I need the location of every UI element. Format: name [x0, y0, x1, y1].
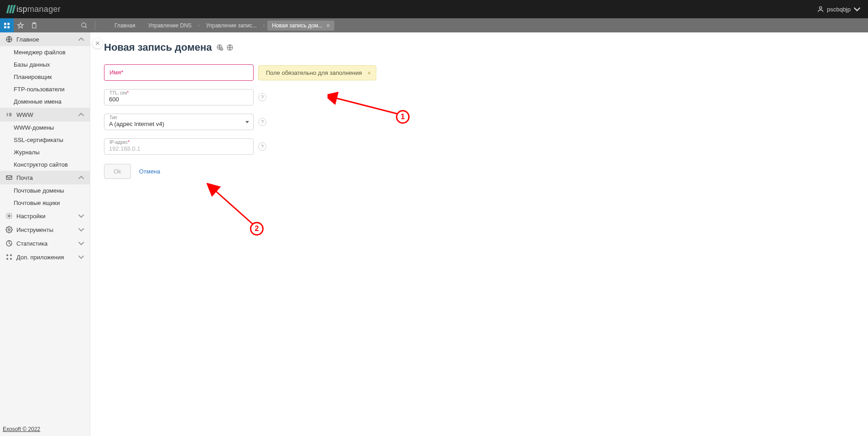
logo[interactable]: ispmanager: [7, 5, 61, 14]
user-menu[interactable]: pscbqbjp: [817, 5, 861, 13]
tab-label: Новая запись дом...: [272, 22, 322, 29]
user-icon: [817, 5, 824, 13]
svg-rect-1: [4, 23, 6, 25]
globe-icon[interactable]: [226, 44, 234, 51]
validation-warning: Поле обязательно для заполнения ×: [258, 65, 376, 80]
close-panel-button[interactable]: ✕: [93, 38, 103, 48]
ip-field: IP-адрес*: [104, 138, 254, 155]
annotation-badge-2: 2: [250, 222, 264, 236]
chevron-up-icon: [78, 174, 84, 181]
nav-group-tools[interactable]: Инструменты: [0, 223, 90, 236]
tools-icon: [5, 226, 13, 233]
globe-plus-icon[interactable]: [216, 44, 223, 51]
nav-group-label: Главное: [16, 36, 39, 43]
nav-group-mail[interactable]: Почта: [0, 171, 90, 184]
close-icon[interactable]: ×: [367, 69, 371, 77]
warning-text: Поле обязательно для заполнения: [266, 69, 362, 76]
nav-item[interactable]: WWW-домены: [0, 121, 90, 134]
name-input[interactable]: [104, 64, 254, 81]
nav-group-settings[interactable]: Настройки: [0, 209, 90, 223]
type-field: Тип: [104, 114, 254, 130]
svg-point-12: [8, 229, 10, 231]
toolbar: Главная Управление DNS › Управление запи…: [0, 18, 868, 32]
nav-item[interactable]: Менеджер файлов: [0, 46, 90, 58]
nav-group-label: Настройки: [16, 213, 46, 220]
svg-rect-10: [6, 176, 12, 179]
breadcrumb-item[interactable]: Главная: [108, 22, 142, 29]
svg-point-15: [10, 255, 12, 256]
chevron-down-icon: [853, 5, 861, 13]
svg-rect-4: [7, 26, 10, 28]
help-icon[interactable]: ?: [258, 142, 266, 151]
clipboard-button[interactable]: [27, 18, 41, 32]
chevron-down-icon: [78, 226, 84, 233]
nav-item[interactable]: Планировщик: [0, 71, 90, 83]
field-label: Тип: [109, 115, 118, 120]
breadcrumb-item[interactable]: Управление DNS: [142, 22, 198, 29]
ttl-field: TTL, сек*: [104, 89, 254, 105]
stats-icon: [5, 240, 13, 247]
main-content: ✕ Новая запись домена Имя* Поле обязател…: [90, 32, 868, 436]
nav-item[interactable]: Базы данных: [0, 58, 90, 71]
chevron-down-icon: [78, 240, 84, 247]
nav-group-label: Доп. приложения: [16, 254, 64, 261]
type-select[interactable]: [104, 114, 254, 130]
chevron-right-icon: ›: [263, 23, 265, 28]
top-header: ispmanager pscbqbjp: [0, 0, 868, 18]
toolbar-divider: [95, 21, 95, 30]
breadcrumb-item[interactable]: Управление запис...: [199, 22, 263, 29]
nav-group-apps[interactable]: Доп. приложения: [0, 250, 90, 264]
svg-rect-2: [7, 23, 10, 25]
nav-item[interactable]: SSL-сертификаты: [0, 134, 90, 146]
nav-group-main[interactable]: Главное: [0, 32, 90, 46]
svg-point-7: [82, 23, 86, 27]
breadcrumbs: Главная Управление DNS › Управление запи…: [108, 21, 334, 31]
svg-point-11: [8, 215, 10, 217]
svg-point-17: [10, 258, 12, 260]
nav-item[interactable]: FTP-пользователи: [0, 83, 90, 95]
nav-item[interactable]: Конструктор сайтов: [0, 158, 90, 171]
favorite-button[interactable]: [14, 18, 27, 32]
nav-group-www[interactable]: WWW: [0, 108, 90, 121]
nav-group-label: WWW: [16, 111, 33, 118]
apps-icon: [5, 253, 13, 261]
nav-item[interactable]: Доменные имена: [0, 95, 90, 108]
nav-group-label: Почта: [16, 174, 33, 181]
svg-line-8: [85, 26, 87, 28]
chevron-up-icon: [78, 111, 84, 118]
breadcrumb-active-tab[interactable]: Новая запись дом... ×: [267, 21, 334, 31]
sidebar: ГлавноеМенеджер файловБазы данныхПланиро…: [0, 32, 90, 436]
home-button[interactable]: [0, 18, 14, 32]
field-label: TTL, сек*: [109, 90, 130, 95]
star-icon: [17, 22, 24, 29]
svg-rect-3: [4, 26, 6, 28]
svg-point-16: [7, 258, 8, 260]
www-icon: [5, 111, 13, 118]
close-icon[interactable]: ×: [326, 22, 330, 29]
settings-icon: [5, 212, 13, 220]
ok-button[interactable]: Ok: [104, 164, 131, 179]
chevron-down-icon: [78, 213, 84, 219]
nav-group-label: Инструменты: [16, 226, 53, 233]
nav-group-stats[interactable]: Статистика: [0, 236, 90, 250]
search-button[interactable]: [78, 22, 91, 29]
clipboard-icon: [31, 22, 38, 29]
search-icon: [81, 22, 88, 29]
cancel-button[interactable]: Отмена: [139, 168, 161, 175]
name-field: Имя*: [104, 64, 254, 81]
help-icon[interactable]: ?: [258, 93, 266, 101]
mail-icon: [5, 174, 13, 181]
logo-icon: [7, 5, 15, 13]
chevron-up-icon: [78, 36, 84, 42]
help-icon[interactable]: ?: [258, 118, 266, 126]
nav-item[interactable]: Почтовые ящики: [0, 197, 90, 209]
page-title: Новая запись домена: [104, 42, 212, 53]
field-label: IP-адрес*: [109, 140, 130, 145]
nav-item[interactable]: Журналы: [0, 146, 90, 158]
footer-copyright[interactable]: Exosoft © 2022: [3, 426, 40, 432]
chevron-down-icon: [78, 254, 84, 260]
username: pscbqbjp: [827, 6, 851, 13]
nav-item[interactable]: Почтовые домены: [0, 184, 90, 197]
annotation-badge-1: 1: [396, 110, 410, 124]
svg-point-0: [819, 7, 821, 9]
